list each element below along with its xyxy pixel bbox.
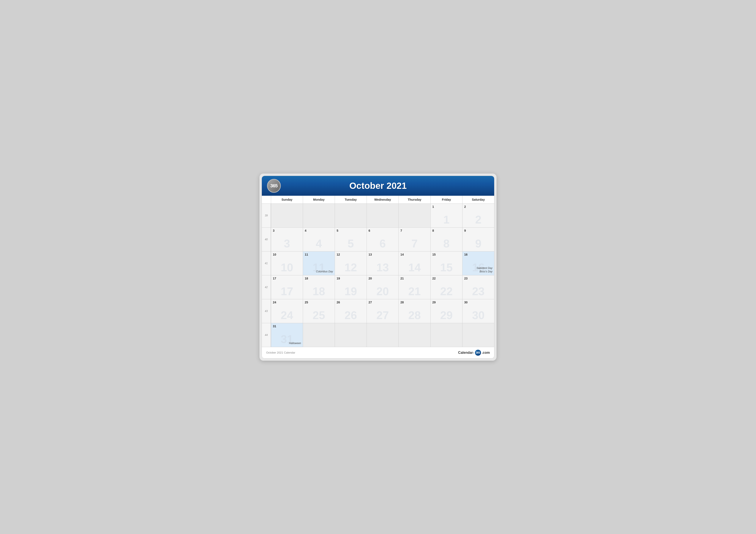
- day-cell-empty-5-3: [366, 323, 398, 347]
- day-watermark: 24: [281, 310, 293, 321]
- day-cell-empty-5-5: [430, 323, 462, 347]
- day-watermark: 9: [475, 238, 481, 249]
- day-watermark: 29: [440, 310, 453, 321]
- dow-cell-thursday: Thursday: [398, 196, 430, 203]
- day-watermark: 10: [281, 262, 293, 273]
- week-row-3: 421717181819192020212122222323: [262, 275, 494, 299]
- calendar-header: 365 October 2021: [262, 176, 494, 196]
- week-row-1: 4033445566778899: [262, 228, 494, 251]
- day-watermark: 2: [475, 214, 481, 225]
- day-cell-empty-0-2: [335, 204, 366, 227]
- day-number: 9: [464, 229, 493, 232]
- day-number: 24: [273, 301, 301, 304]
- day-cell-4: 44: [303, 228, 335, 251]
- day-number: 28: [400, 301, 429, 304]
- day-cell-empty-0-4: [398, 204, 430, 227]
- day-watermark: 21: [408, 286, 421, 297]
- day-number: 13: [368, 253, 397, 256]
- day-cell-16: 1616Sweetest DayBoss's Day: [462, 251, 494, 275]
- day-cell-15: 1515: [430, 251, 462, 275]
- day-cell-23: 2323: [462, 275, 494, 299]
- day-watermark: 6: [380, 238, 386, 249]
- week-num-41: 41: [262, 251, 271, 275]
- day-cell-9: 99: [462, 228, 494, 251]
- day-cell-20: 2020: [366, 275, 398, 299]
- dow-cell-wednesday: Wednesday: [366, 196, 398, 203]
- day-cell-empty-5-2: [335, 323, 366, 347]
- day-number: 23: [464, 277, 493, 280]
- day-watermark: 12: [345, 262, 357, 273]
- day-number: 7: [400, 229, 429, 232]
- day-cell-13: 1313: [366, 251, 398, 275]
- day-cell-1: 11: [430, 204, 462, 227]
- day-watermark: 17: [281, 286, 293, 297]
- day-cell-31: 3131Halloween: [271, 323, 303, 347]
- footer-brand: Calendar- 365 .com: [458, 350, 490, 356]
- day-watermark: 23: [472, 286, 485, 297]
- day-watermark: 22: [440, 286, 453, 297]
- day-cell-11: 1111Columbus Day: [303, 251, 335, 275]
- day-cell-2: 22: [462, 204, 494, 227]
- day-number: 30: [464, 301, 493, 304]
- day-cell-18: 1818: [303, 275, 335, 299]
- day-cell-14: 1414: [398, 251, 430, 275]
- day-cell-empty-0-3: [366, 204, 398, 227]
- day-cell-8: 88: [430, 228, 462, 251]
- dow-cell-tuesday: Tuesday: [335, 196, 366, 203]
- day-cell-21: 2121: [398, 275, 430, 299]
- week-num-43: 43: [262, 299, 271, 323]
- day-watermark: 3: [284, 238, 290, 249]
- day-event: Sweetest DayBoss's Day: [476, 267, 493, 273]
- day-number: 22: [432, 277, 461, 280]
- dow-cell-saturday: Saturday: [462, 196, 494, 203]
- dow-cell-friday: Friday: [430, 196, 462, 203]
- day-number: 31: [273, 324, 301, 328]
- day-number: 27: [368, 301, 397, 304]
- day-watermark: 30: [472, 310, 485, 321]
- day-watermark: 1: [443, 214, 449, 225]
- day-cell-empty-0-1: [303, 204, 335, 227]
- day-watermark: 8: [443, 238, 449, 249]
- week-row-4: 432424252526262727282829293030: [262, 299, 494, 323]
- day-number: 25: [305, 301, 333, 304]
- day-number: 29: [432, 301, 461, 304]
- day-cell-17: 1717: [271, 275, 303, 299]
- day-watermark: 25: [313, 310, 325, 321]
- day-cell-30: 3030: [462, 299, 494, 323]
- day-watermark: 26: [345, 310, 357, 321]
- calendar-container: 365 October 2021 SundayMondayTuesdayWedn…: [262, 176, 494, 359]
- week-row-2: 4110101111Columbus Day121213131414151516…: [262, 251, 494, 275]
- page-wrapper: 365 October 2021 SundayMondayTuesdayWedn…: [259, 173, 497, 361]
- day-event: Halloween: [289, 342, 301, 345]
- week-num-40: 40: [262, 228, 271, 251]
- day-cell-10: 1010: [271, 251, 303, 275]
- calendar-grid: 39112240334455667788994110101111Columbus…: [262, 204, 494, 347]
- day-cell-27: 2727: [366, 299, 398, 323]
- day-cell-empty-5-4: [398, 323, 430, 347]
- day-number: 3: [273, 229, 301, 232]
- day-cell-3: 33: [271, 228, 303, 251]
- day-number: 18: [305, 277, 333, 280]
- day-number: 2: [464, 205, 493, 208]
- day-number: 19: [337, 277, 365, 280]
- day-watermark: 20: [376, 286, 389, 297]
- day-number: 15: [432, 253, 461, 256]
- day-cell-22: 2222: [430, 275, 462, 299]
- week-num-42: 42: [262, 275, 271, 299]
- day-number: 14: [400, 253, 429, 256]
- day-watermark: 15: [440, 262, 453, 273]
- day-cell-24: 2424: [271, 299, 303, 323]
- day-cell-empty-0-0: [271, 204, 303, 227]
- day-number: 21: [400, 277, 429, 280]
- day-number: 6: [368, 229, 397, 232]
- footer-label: October 2021 Calendar: [266, 351, 295, 354]
- day-number: 1: [432, 205, 461, 208]
- brand-prefix: Calendar-: [458, 351, 474, 355]
- dow-cell-sunday: Sunday: [271, 196, 303, 203]
- dow-cell-monday: Monday: [303, 196, 335, 203]
- day-watermark: 19: [345, 286, 357, 297]
- day-cell-19: 1919: [335, 275, 366, 299]
- week-num-44: 44: [262, 323, 271, 347]
- day-cell-29: 2929: [430, 299, 462, 323]
- day-number: 20: [368, 277, 397, 280]
